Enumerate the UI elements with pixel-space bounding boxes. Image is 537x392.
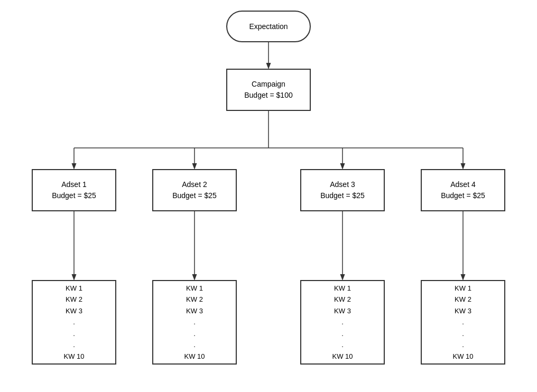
adset4-node: Adset 4 Budget = $25 [421, 169, 505, 211]
kw-box-2: KW 1 KW 2 KW 3 . . . KW 10 [152, 280, 237, 365]
kw1-item3: KW 3 [66, 306, 82, 316]
adset4-line1: Adset 4 [441, 179, 485, 190]
campaign-node: Campaign Budget = $100 [226, 69, 311, 111]
kw2-item1: KW 1 [186, 283, 203, 294]
adset1-node: Adset 1 Budget = $25 [32, 169, 116, 211]
kw4-item1: KW 1 [455, 283, 471, 294]
kw1-dot2: . [73, 329, 75, 339]
kw2-dot2: . [193, 329, 196, 339]
kw4-dot2: . [462, 329, 464, 339]
kw2-item3: KW 3 [186, 306, 203, 316]
expectation-label: Expectation [249, 21, 288, 32]
kw4-item10: KW 10 [452, 351, 473, 362]
adset2-line1: Adset 2 [172, 179, 217, 190]
adset2-line2: Budget = $25 [172, 190, 217, 201]
kw1-dot1: . [73, 317, 75, 328]
kw2-item2: KW 2 [186, 294, 203, 305]
kw2-dot1: . [193, 317, 196, 328]
adset3-line1: Adset 3 [320, 179, 365, 190]
kw1-dot3: . [73, 340, 75, 350]
kw2-item10: KW 10 [184, 351, 205, 362]
kw-box-3-content: KW 1 KW 2 KW 3 . . . KW 10 [332, 283, 353, 362]
kw2-dot3: . [193, 340, 196, 350]
campaign-line2: Budget = $100 [244, 90, 292, 101]
kw-box-3: KW 1 KW 2 KW 3 . . . KW 10 [300, 280, 385, 365]
kw3-item3: KW 3 [334, 306, 351, 316]
kw4-item3: KW 3 [455, 306, 471, 316]
kw1-item10: KW 10 [63, 351, 84, 362]
expectation-node: Expectation [226, 11, 311, 42]
diagram: Expectation Campaign Budget = $100 Adset… [0, 0, 537, 392]
adset1-line1: Adset 1 [52, 179, 96, 190]
kw-box-4: KW 1 KW 2 KW 3 . . . KW 10 [421, 280, 505, 365]
kw3-dot2: . [341, 329, 344, 339]
kw3-item2: KW 2 [334, 294, 351, 305]
adset3-line2: Budget = $25 [320, 190, 365, 201]
kw3-item10: KW 10 [332, 351, 353, 362]
kw3-dot1: . [341, 317, 344, 328]
adset2-node: Adset 2 Budget = $25 [152, 169, 237, 211]
kw-box-1: KW 1 KW 2 KW 3 . . . KW 10 [32, 280, 116, 365]
campaign-line1: Campaign [244, 79, 292, 90]
kw-box-2-content: KW 1 KW 2 KW 3 . . . KW 10 [184, 283, 205, 362]
kw3-item1: KW 1 [334, 283, 351, 294]
kw1-item1: KW 1 [66, 283, 82, 294]
adset1-line2: Budget = $25 [52, 190, 96, 201]
kw4-item2: KW 2 [455, 294, 471, 305]
kw-box-4-content: KW 1 KW 2 KW 3 . . . KW 10 [452, 283, 473, 362]
adset3-node: Adset 3 Budget = $25 [300, 169, 385, 211]
kw4-dot3: . [462, 340, 464, 350]
kw1-item2: KW 2 [66, 294, 82, 305]
kw4-dot1: . [462, 317, 464, 328]
kw3-dot3: . [341, 340, 344, 350]
kw-box-1-content: KW 1 KW 2 KW 3 . . . KW 10 [63, 283, 84, 362]
adset4-line2: Budget = $25 [441, 190, 485, 201]
